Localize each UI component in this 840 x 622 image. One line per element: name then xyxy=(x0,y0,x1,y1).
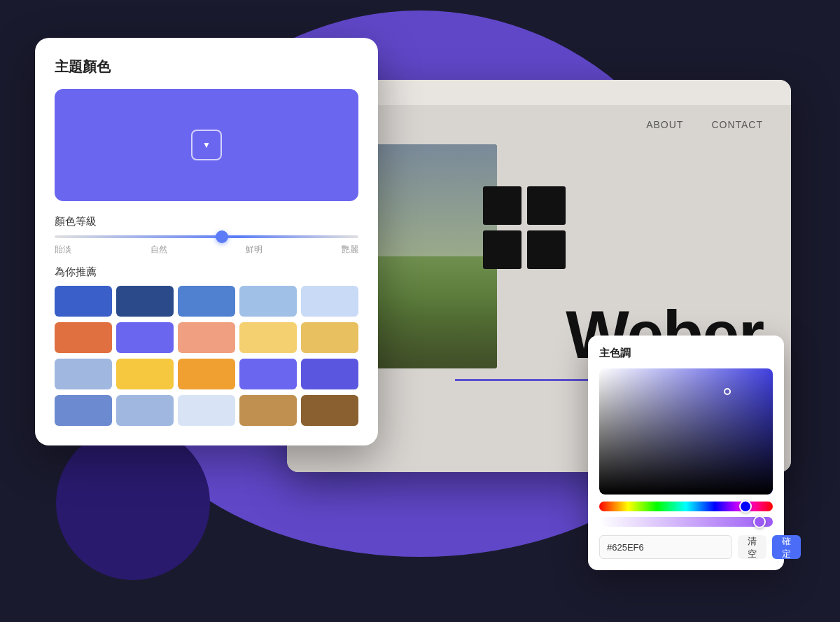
swatch-2-3[interactable] xyxy=(239,359,297,389)
picker-alpha-thumb xyxy=(753,516,766,528)
picker-hue-thumb xyxy=(739,500,752,513)
slider-mark-1: 自然 xyxy=(150,244,167,256)
panel-title: 主題顏色 xyxy=(55,57,358,76)
black-square-4 xyxy=(527,230,566,269)
swatch-1-3[interactable] xyxy=(239,322,297,353)
swatch-2-4[interactable] xyxy=(301,359,358,389)
palette-row-3[interactable] xyxy=(55,395,358,426)
picker-alpha-bar[interactable] xyxy=(599,517,773,527)
swatch-0-2[interactable] xyxy=(178,286,235,317)
black-square-3 xyxy=(483,230,522,269)
slider-thumb[interactable] xyxy=(216,230,228,243)
picker-cursor xyxy=(724,388,731,395)
swatch-1-2[interactable] xyxy=(178,322,235,353)
picker-clear-button[interactable]: 清空 xyxy=(738,535,766,559)
picker-confirm-button[interactable]: 確定 xyxy=(772,535,801,559)
swatch-0-3[interactable] xyxy=(239,286,297,317)
color-picker-popup: 主色調 清空 確定 xyxy=(588,336,784,570)
slider-track xyxy=(55,235,358,238)
black-square-2 xyxy=(527,186,566,225)
theme-panel: 主題顏色 顏色等級 貽淡 自然 鮮明 艷麗 為你推薦 xyxy=(35,38,378,445)
color-selector-button[interactable] xyxy=(191,130,222,160)
swatch-2-2[interactable] xyxy=(178,359,235,389)
picker-gradient[interactable] xyxy=(599,368,773,495)
swatch-3-3[interactable] xyxy=(239,395,297,426)
scene-container: ABOUT CONTACT Weber 主題 xyxy=(35,24,805,598)
swatch-1-4[interactable] xyxy=(301,322,358,353)
swatch-3-1[interactable] xyxy=(116,395,174,426)
swatch-0-0[interactable] xyxy=(55,286,112,317)
picker-footer: 清空 確定 xyxy=(599,535,773,559)
swatch-2-1[interactable] xyxy=(116,359,174,389)
swatch-0-1[interactable] xyxy=(116,286,174,317)
swatch-1-1[interactable] xyxy=(116,322,174,353)
swatch-3-0[interactable] xyxy=(55,395,112,426)
picker-hue-bar[interactable] xyxy=(599,502,773,511)
slider-label: 顏色等級 xyxy=(55,215,358,228)
recommend-label: 為你推薦 xyxy=(55,265,358,279)
swatch-3-2[interactable] xyxy=(178,395,235,426)
slider-mark-2: 鮮明 xyxy=(246,244,262,256)
black-square-1 xyxy=(483,186,522,225)
picker-hex-input[interactable] xyxy=(599,535,732,559)
color-level-slider[interactable]: 貽淡 自然 鮮明 艷麗 xyxy=(55,235,358,256)
palette-row-0[interactable] xyxy=(55,286,358,317)
palette-row-2[interactable] xyxy=(55,359,358,389)
swatch-0-4[interactable] xyxy=(301,286,358,317)
slider-mark-3: 艷麗 xyxy=(342,244,358,256)
nav-contact[interactable]: CONTACT xyxy=(711,119,763,130)
slider-labels: 貽淡 自然 鮮明 艷麗 xyxy=(55,244,358,256)
color-preview[interactable] xyxy=(55,89,358,201)
swatch-3-4[interactable] xyxy=(301,395,358,426)
nav-about[interactable]: ABOUT xyxy=(646,119,683,130)
swatch-1-0[interactable] xyxy=(55,322,112,353)
website-nav: ABOUT CONTACT xyxy=(315,119,763,130)
slider-mark-0: 貽淡 xyxy=(55,244,71,256)
picker-title: 主色調 xyxy=(599,347,773,360)
palette-row-1[interactable] xyxy=(55,322,358,353)
hero-squares xyxy=(483,186,566,269)
swatch-2-0[interactable] xyxy=(55,359,112,389)
